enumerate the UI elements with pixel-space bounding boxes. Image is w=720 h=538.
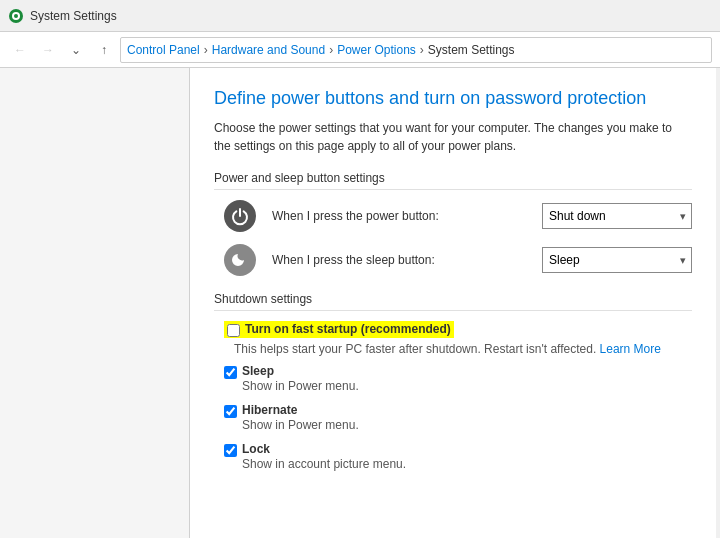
hibernate-content: Hibernate Show in Power menu. (242, 403, 359, 432)
forward-button[interactable]: → (36, 38, 60, 62)
recent-button[interactable]: ⌄ (64, 38, 88, 62)
breadcrumb-sep-2: › (329, 43, 333, 57)
fast-startup-checkbox[interactable] (227, 324, 240, 337)
breadcrumb-sep-1: › (204, 43, 208, 57)
page-description: Choose the power settings that you want … (214, 119, 692, 155)
sleep-button-row: When I press the sleep button: Do nothin… (214, 244, 692, 276)
lock-label: Lock (242, 442, 406, 456)
hibernate-label: Hibernate (242, 403, 359, 417)
content-area: Define power buttons and turn on passwor… (190, 68, 716, 538)
lock-checkbox[interactable] (224, 444, 237, 457)
fast-startup-description: This helps start your PC faster after sh… (224, 342, 692, 356)
lock-option-row: Lock Show in account picture menu. (224, 442, 692, 471)
power-sleep-section-header: Power and sleep button settings (214, 171, 692, 190)
shutdown-options: Turn on fast startup (recommended) This … (214, 321, 692, 471)
right-border (716, 68, 720, 538)
breadcrumb: Control Panel › Hardware and Sound › Pow… (120, 37, 712, 63)
address-bar: ← → ⌄ ↑ Control Panel › Hardware and Sou… (0, 32, 720, 68)
hibernate-sub: Show in Power menu. (242, 418, 359, 432)
power-button-dropdown-wrapper[interactable]: Do nothing Sleep Hibernate Shut down Tur… (542, 203, 692, 229)
title-bar-icon (8, 8, 24, 24)
back-button[interactable]: ← (8, 38, 32, 62)
svg-point-2 (14, 14, 18, 18)
sleep-content: Sleep Show in Power menu. (242, 364, 359, 393)
sleep-icon (224, 244, 256, 276)
shutdown-section: Shutdown settings Turn on fast startup (… (214, 292, 692, 471)
up-button[interactable]: ↑ (92, 38, 116, 62)
sleep-checkbox[interactable] (224, 366, 237, 379)
fast-startup-label: Turn on fast startup (recommended) (245, 322, 451, 336)
shutdown-section-header: Shutdown settings (214, 292, 692, 311)
hibernate-checkbox[interactable] (224, 405, 237, 418)
power-button-label: When I press the power button: (272, 209, 542, 223)
breadcrumb-control-panel[interactable]: Control Panel (127, 43, 200, 57)
breadcrumb-power-options[interactable]: Power Options (337, 43, 416, 57)
fast-startup-learn-more[interactable]: Learn More (600, 342, 661, 356)
title-bar: System Settings (0, 0, 720, 32)
sidebar (0, 68, 190, 538)
sleep-sub: Show in Power menu. (242, 379, 359, 393)
title-bar-text: System Settings (30, 9, 117, 23)
sleep-option-row: Sleep Show in Power menu. (224, 364, 692, 393)
sleep-button-label: When I press the sleep button: (272, 253, 542, 267)
sleep-button-select[interactable]: Do nothing Sleep Hibernate Shut down Tur… (542, 247, 692, 273)
fast-startup-content: Turn on fast startup (recommended) (245, 322, 451, 336)
power-button-select[interactable]: Do nothing Sleep Hibernate Shut down Tur… (542, 203, 692, 229)
sleep-label: Sleep (242, 364, 359, 378)
fast-startup-row: Turn on fast startup (recommended) (224, 321, 692, 338)
power-button-row: When I press the power button: Do nothin… (214, 200, 692, 232)
lock-sub: Show in account picture menu. (242, 457, 406, 471)
page-title: Define power buttons and turn on passwor… (214, 88, 692, 109)
power-icon (224, 200, 256, 232)
breadcrumb-sep-3: › (420, 43, 424, 57)
lock-content: Lock Show in account picture menu. (242, 442, 406, 471)
main-layout: Define power buttons and turn on passwor… (0, 68, 720, 538)
hibernate-option-row: Hibernate Show in Power menu. (224, 403, 692, 432)
sleep-button-dropdown-wrapper[interactable]: Do nothing Sleep Hibernate Shut down Tur… (542, 247, 692, 273)
breadcrumb-system-settings: System Settings (428, 43, 515, 57)
breadcrumb-hardware-sound[interactable]: Hardware and Sound (212, 43, 325, 57)
